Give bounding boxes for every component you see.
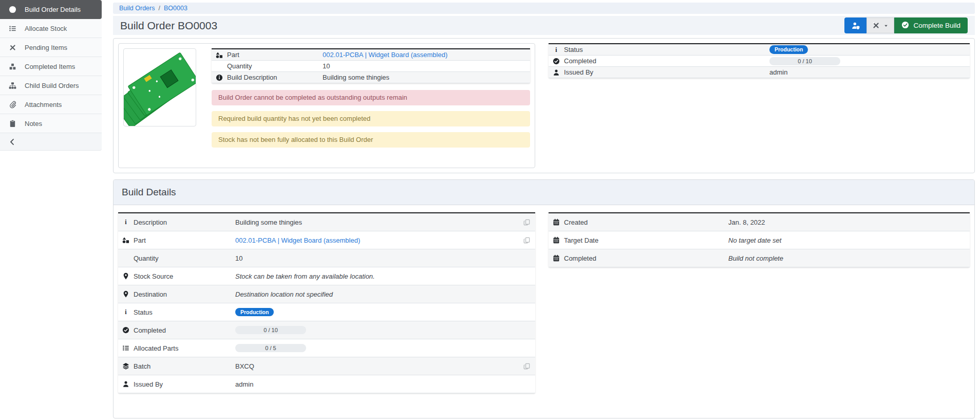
row-value: No target date set bbox=[728, 236, 781, 244]
progress-bar: 0 / 5 bbox=[235, 344, 306, 352]
build-details-row-description: iDescriptionBuilding some thingies bbox=[118, 213, 535, 231]
complete-build-label: Complete Build bbox=[913, 22, 960, 29]
build-alerts: Build Order cannot be completed as outst… bbox=[212, 84, 530, 148]
svg-text:i: i bbox=[125, 308, 127, 316]
breadcrumb-link-build-orders[interactable]: Build Orders bbox=[119, 5, 155, 12]
page-title: Build Order BO0003 bbox=[120, 20, 217, 32]
part-info-table: Part002.01-PCBA | Widget Board (assemble… bbox=[212, 48, 530, 83]
row-label: Completed bbox=[134, 326, 235, 334]
sidebar: Build Order DetailsAllocate StockPending… bbox=[0, 0, 102, 151]
build-dates-row-completed: CompletedBuild not complete bbox=[549, 249, 970, 267]
layers-icon bbox=[122, 362, 129, 370]
breadcrumb-link-bo0003[interactable]: BO0003 bbox=[164, 5, 187, 12]
admin-button[interactable] bbox=[844, 17, 866, 33]
calendar-icon bbox=[553, 218, 560, 226]
sidebar-item-attachments[interactable]: Attachments bbox=[0, 95, 102, 114]
build-details-row-status: iStatusProduction bbox=[118, 303, 535, 321]
build-details-panel: Build Details iDescriptionBuilding some … bbox=[113, 179, 975, 418]
build-dates-table: CreatedJan. 8, 2022Target DateNo target … bbox=[549, 212, 970, 267]
breadcrumb: Build Orders/BO0003 bbox=[113, 3, 975, 14]
row-value: Stock can be taken from any available lo… bbox=[235, 272, 375, 280]
user-icon bbox=[122, 380, 129, 388]
status-badge: Production bbox=[769, 45, 808, 54]
sidebar-item-label: Completed Items bbox=[25, 63, 75, 70]
tools-icon bbox=[872, 22, 880, 29]
sidebar-item-label: Allocate Stock bbox=[25, 25, 67, 32]
sidebar-item-pending-items[interactable]: Pending Items bbox=[0, 38, 102, 57]
row-label: Allocated Parts bbox=[134, 344, 235, 352]
build-dates-row-created: CreatedJan. 8, 2022 bbox=[549, 213, 970, 231]
sidebar-item-label: Notes bbox=[25, 120, 42, 127]
copy-button[interactable] bbox=[518, 219, 535, 226]
part-link[interactable]: 002.01-PCBA | Widget Board (assembled) bbox=[323, 51, 447, 59]
build-status-row-issued-by: Issued Byadmin bbox=[549, 67, 970, 78]
part-summary-right: Part002.01-PCBA | Widget Board (assemble… bbox=[212, 48, 530, 163]
row-label: Issued By bbox=[134, 380, 235, 388]
part-image[interactable] bbox=[123, 48, 196, 126]
list-icon bbox=[9, 25, 16, 32]
sidebar-item-notes[interactable]: Notes bbox=[0, 114, 102, 133]
cubes-icon bbox=[9, 63, 16, 70]
page-header: Build Order BO0003 Complete Build bbox=[113, 16, 975, 35]
row-value: Build not complete bbox=[728, 254, 783, 262]
build-details-row-destination: DestinationDestination location not spec… bbox=[118, 285, 535, 303]
row-label: Description bbox=[134, 218, 235, 226]
status-badge: Production bbox=[235, 308, 274, 317]
row-label: Part bbox=[134, 236, 235, 244]
sidebar-item-child-build-orders[interactable]: Child Build Orders bbox=[0, 76, 102, 95]
main-content: Build Orders/BO0003 Build Order BO0003 C… bbox=[113, 3, 975, 418]
progress-bar: 0 / 10 bbox=[769, 57, 840, 65]
progress-bar: 0 / 10 bbox=[235, 326, 306, 334]
svg-text:i: i bbox=[125, 218, 127, 226]
caret-down-icon bbox=[883, 23, 889, 28]
info-icon: i bbox=[122, 308, 129, 316]
chevron-left-icon bbox=[9, 138, 16, 145]
sidebar-item-build-order-details[interactable]: Build Order Details bbox=[0, 0, 102, 19]
copy-button[interactable] bbox=[518, 237, 535, 244]
row-label: Build Description bbox=[227, 74, 323, 81]
row-value: 10 bbox=[235, 254, 242, 262]
build-details-row-stock-source: Stock SourceStock can be taken from any … bbox=[118, 267, 535, 285]
copy-button[interactable] bbox=[518, 363, 535, 370]
check-circle-icon bbox=[553, 58, 560, 65]
copy-icon bbox=[523, 219, 530, 226]
row-label: Status bbox=[134, 308, 235, 316]
sidebar-item-label: Attachments bbox=[25, 101, 62, 108]
row-label: Stock Source bbox=[134, 272, 235, 280]
sidebar-item-completed-items[interactable]: Completed Items bbox=[0, 57, 102, 76]
build-details-row-issued-by: Issued Byadmin bbox=[118, 375, 535, 393]
build-status-row-completed: Completed0 / 10 bbox=[549, 56, 970, 67]
row-label: Completed bbox=[564, 57, 769, 65]
row-label: Quantity bbox=[227, 62, 323, 70]
sidebar-collapse-button[interactable] bbox=[0, 133, 102, 151]
build-actions-dropdown-button[interactable] bbox=[866, 17, 894, 33]
row-label: Batch bbox=[134, 362, 235, 370]
info-icon: i bbox=[122, 218, 129, 226]
build-details-body: iDescriptionBuilding some thingiesPart00… bbox=[114, 205, 974, 414]
shapes-icon bbox=[122, 236, 129, 244]
row-value: admin bbox=[235, 380, 253, 388]
complete-build-button[interactable]: Complete Build bbox=[894, 17, 968, 33]
build-alert-danger: Build Order cannot be completed as outst… bbox=[212, 90, 530, 105]
part-info-row-quantity: Quantity10 bbox=[212, 61, 530, 72]
copy-icon bbox=[523, 237, 530, 244]
build-details-row-completed: Completed0 / 10 bbox=[118, 321, 535, 339]
user-icon bbox=[553, 69, 560, 76]
copy-icon bbox=[523, 363, 530, 370]
build-status-row-status: iStatusProduction bbox=[549, 44, 970, 56]
row-label: Completed bbox=[564, 254, 728, 262]
row-label: Target Date bbox=[564, 236, 728, 244]
row-value: 10 bbox=[323, 62, 330, 70]
sidebar-item-allocate-stock[interactable]: Allocate Stock bbox=[0, 19, 102, 38]
list-icon bbox=[122, 344, 129, 352]
map-marker-icon bbox=[122, 290, 129, 298]
calendar-icon bbox=[553, 236, 560, 244]
info-circle-icon bbox=[9, 6, 16, 13]
part-link[interactable]: 002.01-PCBA | Widget Board (assembled) bbox=[235, 236, 360, 244]
info-circle-icon bbox=[216, 74, 223, 81]
row-value: Jan. 8, 2022 bbox=[728, 218, 765, 226]
row-value: BXCQ bbox=[235, 362, 254, 370]
build-summary-panel: Part002.01-PCBA | Widget Board (assemble… bbox=[113, 38, 975, 173]
part-info-row-part: Part002.01-PCBA | Widget Board (assemble… bbox=[212, 49, 530, 61]
build-details-table: iDescriptionBuilding some thingiesPart00… bbox=[118, 212, 535, 393]
